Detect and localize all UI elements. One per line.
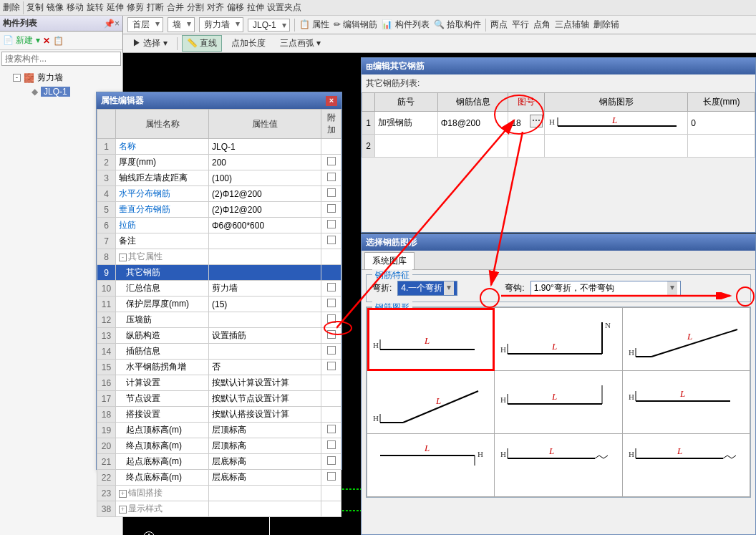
shape-option[interactable]: HL (367, 371, 495, 434)
subcategory-dropdown[interactable]: 剪力墙 (199, 17, 243, 32)
folder-icon: 🧱 (24, 73, 34, 83)
col-rebar-info: 钢筋信息 (437, 93, 508, 112)
svg-text:H: H (629, 348, 634, 357)
copy-item-icon[interactable]: 📋 (53, 36, 64, 46)
prop-row[interactable]: 2 厚度(mm) 200 (97, 155, 341, 170)
shape-option[interactable]: HL (623, 308, 750, 371)
hook-dropdown[interactable]: 1.90°弯折，不带弯钩 (530, 281, 681, 296)
tb-align[interactable]: 对齐 (207, 1, 224, 14)
tb-break[interactable]: 打断 (147, 1, 164, 14)
btn-arc[interactable]: 三点画弧 ▾ (275, 35, 326, 52)
btn-line[interactable]: 📏 直线 (182, 35, 222, 52)
btn-pick[interactable]: 🔍 拾取构件 (434, 19, 481, 31)
shape-option[interactable]: LH (367, 434, 495, 497)
prop-row[interactable]: 14 插筋信息 (97, 344, 341, 360)
delete-item-icon[interactable]: ✕ (43, 36, 50, 46)
col-rebar-graph: 钢筋图形 (545, 93, 688, 112)
shape-dlg-titlebar[interactable]: 选择钢筋图形 (362, 234, 755, 251)
rebar-row[interactable]: 1 加强钢筋 Φ18@200 18⋯ HL 0 (362, 112, 755, 135)
prop-row[interactable]: 17 节点设置 按默认节点设置计算 (97, 391, 341, 407)
tb-trim[interactable]: 修剪 (127, 1, 144, 14)
svg-text:L: L (677, 445, 682, 456)
prop-row[interactable]: 16 计算设置 按默认计算设置计算 (97, 375, 341, 391)
shape-option[interactable]: HL (623, 371, 750, 434)
btn-delaux[interactable]: 删除辅 (593, 19, 619, 31)
prop-row[interactable]: 21 起点底标高(m) 层底标高 (97, 454, 341, 470)
layer-dropdown[interactable]: 首层 (127, 17, 163, 32)
col-value: 属性值 (209, 110, 321, 139)
svg-text:L: L (424, 335, 430, 346)
pin-icon[interactable]: 📌 (104, 19, 115, 29)
btn-point-length[interactable]: 点加长度 (226, 35, 271, 52)
shape-option[interactable]: HL (495, 371, 622, 434)
prop-row[interactable]: 20 终点顶标高(m) 层顶标高 (97, 438, 341, 454)
tb-mirror[interactable]: 镜像 (47, 1, 64, 14)
tb-copy[interactable]: 复制 (26, 1, 44, 14)
prop-row[interactable]: 9 其它钢筋 (97, 265, 341, 281)
prop-row[interactable]: 18 搭接设置 按默认搭接设置计算 (97, 407, 341, 423)
tb-delete[interactable]: 删除 (3, 1, 20, 14)
tree-toggle-icon[interactable]: - (13, 74, 21, 82)
search-input[interactable] (1, 52, 121, 66)
prop-row[interactable]: 13 纵筋构造 设置插筋 (97, 328, 341, 344)
tb-rotate[interactable]: 旋转 (87, 1, 104, 14)
prop-row[interactable]: 19 起点顶标高(m) 层顶标高 (97, 423, 341, 438)
prop-row[interactable]: 10 汇总信息 剪力墙 (97, 281, 341, 297)
category-dropdown[interactable]: 墙 (168, 17, 195, 32)
prop-row[interactable]: 11 保护层厚度(mm) (15) (97, 297, 341, 312)
prop-row[interactable]: 8 -其它属性 (97, 249, 341, 265)
shape-option[interactable]: HLN (495, 308, 622, 371)
prop-row[interactable]: 4 水平分布钢筋 (2)Φ12@200 (97, 186, 341, 202)
shape-picker-button[interactable]: ⋯ (530, 115, 543, 127)
prop-row[interactable]: 3 轴线距左墙皮距离 (100) (97, 170, 341, 186)
tb-extend[interactable]: 延伸 (107, 1, 124, 14)
tb-stretch[interactable]: 拉伸 (247, 1, 264, 14)
shape-option[interactable]: HL (495, 434, 622, 497)
btn-pointangle[interactable]: 点角 (533, 19, 551, 31)
svg-text:H: H (549, 117, 555, 126)
shape-option[interactable]: HL (623, 434, 750, 497)
rebar-subtitle: 其它钢筋列表: (362, 74, 755, 92)
prop-row[interactable]: 5 垂直分布钢筋 (2)Φ12@200 (97, 202, 341, 218)
rebar-dlg-titlebar[interactable]: ⊞ 编辑其它钢筋 (362, 58, 755, 74)
instance-dropdown[interactable]: JLQ-1 (248, 19, 290, 32)
rebar-row[interactable]: 2 (362, 135, 755, 158)
close-panel-icon[interactable]: × (115, 19, 120, 29)
new-button[interactable]: 📄 新建 ▾ (3, 34, 40, 47)
property-table: 属性名称 属性值 附加 1 名称 JLQ-1 2 厚度(mm) 200 3 轴线… (97, 109, 341, 517)
btn-parallel[interactable]: 平行 (512, 19, 529, 31)
prop-row[interactable]: 23 +锚固搭接 (97, 486, 341, 501)
bend-dropdown[interactable]: 4.一个弯折 (397, 281, 457, 296)
tree-root[interactable]: - 🧱 剪力墙 (3, 70, 120, 85)
btn-properties[interactable]: 📋 属性 (299, 19, 329, 31)
btn-threepoint[interactable]: 三点辅轴 (555, 19, 589, 31)
tb-join[interactable]: 合并 (167, 1, 184, 14)
edit-rebar-dialog: ⊞ 编辑其它钢筋 其它钢筋列表: 筋号 钢筋信息 图号 钢筋图形 长度(mm) … (361, 57, 756, 233)
prop-row[interactable]: 6 拉筋 Φ6@600*600 (97, 218, 341, 233)
svg-text:L: L (687, 331, 692, 342)
tb-split[interactable]: 分割 (187, 1, 204, 14)
svg-text:H: H (629, 450, 634, 458)
new-bar: 📄 新建 ▾ ✕ 📋 (0, 32, 122, 50)
bend-label: 弯折: (372, 282, 392, 294)
col-rebar-name: 筋号 (375, 93, 438, 112)
tb-offset[interactable]: 偏移 (227, 1, 244, 14)
btn-edit-rebar[interactable]: ✏ 编辑钢筋 (334, 19, 377, 31)
prop-row[interactable]: 38 +显示样式 (97, 501, 341, 517)
tab-system-lib[interactable]: 系统图库 (364, 252, 415, 269)
shape-option[interactable]: HL (367, 308, 495, 371)
btn-twopoint[interactable]: 两点 (490, 19, 508, 31)
prop-row[interactable]: 22 终点底标高(m) 层底标高 (97, 470, 341, 486)
prop-dlg-titlebar[interactable]: 属性编辑器 × (97, 92, 341, 109)
close-icon[interactable]: × (326, 96, 337, 106)
tb-move[interactable]: 移动 (67, 1, 84, 14)
svg-text:H: H (500, 395, 506, 404)
prop-row[interactable]: 12 压墙筋 (97, 312, 341, 328)
tb-grip[interactable]: 设置夹点 (267, 1, 301, 14)
prop-row[interactable]: 15 水平钢筋拐角增 否 (97, 360, 341, 375)
axis-label: A (143, 531, 155, 535)
prop-row[interactable]: 1 名称 JLQ-1 (97, 139, 341, 155)
btn-component-list[interactable]: 📊 构件列表 (382, 19, 429, 31)
btn-select[interactable]: ▶ 选择 ▾ (127, 35, 173, 52)
prop-row[interactable]: 7 备注 (97, 233, 341, 249)
